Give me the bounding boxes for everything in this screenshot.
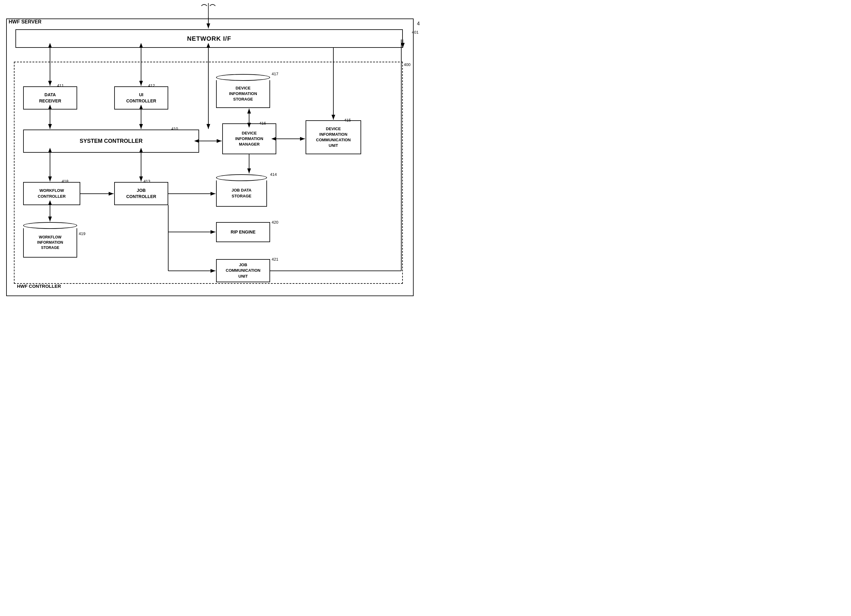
ref-412: 412 <box>148 83 155 88</box>
ref-419: 419 <box>79 231 86 236</box>
ref-414: 414 <box>270 172 277 177</box>
rip-engine-box: RIP ENGINE <box>216 222 270 242</box>
job-comm-unit-box: JOBCOMMUNICATIONUNIT <box>216 259 270 282</box>
ref-418: 418 <box>62 179 69 184</box>
cylinder-body-device-info: DEVICEINFORMATIONSTORAGE <box>216 80 270 108</box>
network-if-box: NETWORK I/F <box>15 29 403 48</box>
workflow-controller-box: WORKFLOWCONTROLLER <box>23 182 80 205</box>
cylinder-body-job-data: JOB DATASTORAGE <box>216 180 267 207</box>
antenna-icon <box>196 3 221 18</box>
ref-415: 415 <box>344 118 351 123</box>
device-info-comm-box: DEVICEINFORMATIONCOMMUNICATIONUNIT <box>305 120 361 154</box>
ref-416: 416 <box>259 121 266 126</box>
workflow-info-storage-cylinder: WORKFLOWINFORMATIONSTORAGE <box>23 222 77 258</box>
ref-411: 411 <box>57 83 64 88</box>
ui-controller-box: UICONTROLLER <box>114 86 168 109</box>
system-controller-box: SYSTEM CONTROLLER <box>23 130 199 153</box>
cylinder-top-device-info <box>216 74 270 81</box>
ref-417: 417 <box>272 72 278 76</box>
ref-410: 410 <box>171 126 178 131</box>
device-info-storage-cylinder: DEVICEINFORMATIONSTORAGE <box>216 74 270 108</box>
hwf-server-label: HWF SERVER <box>8 19 43 25</box>
cylinder-top-workflow-info <box>23 222 77 229</box>
ref-400: 400 <box>404 62 410 67</box>
ref-413: 413 <box>144 179 150 184</box>
ref-4: 4 <box>417 21 420 27</box>
ref-421: 421 <box>272 257 278 262</box>
ref-401: 401 <box>412 30 418 34</box>
cylinder-body-workflow-info: WORKFLOWINFORMATIONSTORAGE <box>23 228 77 258</box>
ref-420: 420 <box>272 220 278 225</box>
network-if-label: NETWORK I/F <box>187 35 231 42</box>
hwf-controller-label: HWF CONTROLLER <box>17 283 61 289</box>
job-data-storage-cylinder: JOB DATASTORAGE <box>216 174 267 207</box>
job-controller-box: JOBCONTROLLER <box>114 182 168 205</box>
device-info-manager-box: DEVICEINFORMATIONMANAGER <box>222 123 276 154</box>
data-receiver-box: DATARECEIVER <box>23 86 77 109</box>
diagram: HWF SERVER 4 NETWORK I/F 401 400 HWF CON… <box>0 0 426 308</box>
cylinder-top-job-data <box>216 174 267 181</box>
